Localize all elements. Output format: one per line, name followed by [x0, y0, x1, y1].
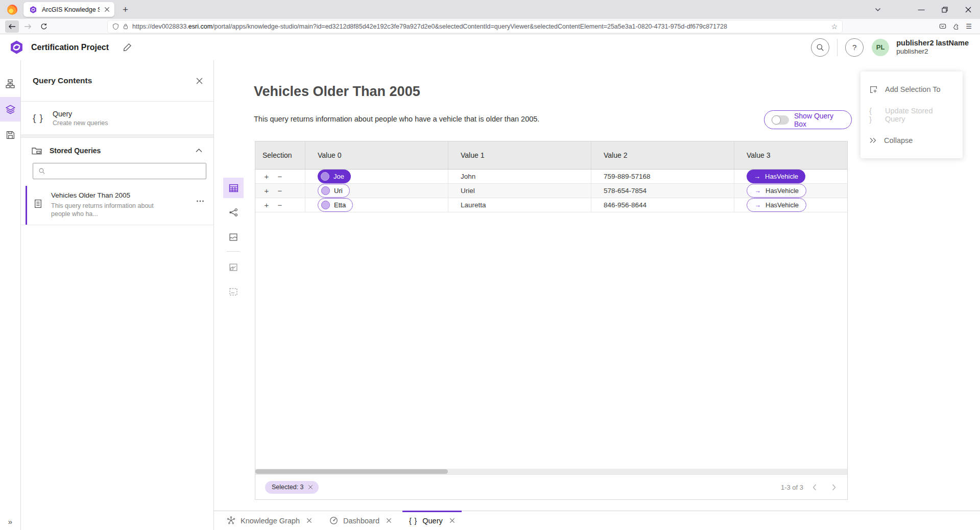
entity-cell: Etta	[305, 198, 448, 212]
add-to-selection-button[interactable]: +	[263, 173, 270, 180]
search-icon	[38, 167, 45, 175]
dashboard-gauge-icon	[329, 516, 338, 525]
menu-item-update-stored-query[interactable]: { } Update Stored Query	[861, 102, 963, 128]
query-contents-panel: Query Contents { } Query Create new quer…	[21, 60, 214, 530]
stored-queries-search[interactable]	[33, 163, 206, 179]
selection-cell: +−	[255, 198, 305, 212]
firefox-icon[interactable]	[7, 5, 17, 15]
remove-from-selection-button[interactable]: −	[276, 201, 283, 209]
remove-from-selection-button[interactable]: −	[276, 187, 283, 195]
remove-from-selection-button[interactable]: −	[276, 173, 283, 180]
bookmark-star-icon[interactable]: ☆	[831, 22, 838, 31]
relationship-cell: →HasVehicle	[734, 198, 847, 212]
save-to-pocket-icon[interactable]	[939, 23, 946, 30]
scrollbar-thumb[interactable]	[255, 469, 448, 474]
relationship-pill[interactable]: →HasVehicle	[747, 184, 806, 198]
entity-pill[interactable]: Joe	[318, 170, 351, 183]
entity-dot-icon	[321, 172, 329, 181]
add-to-selection-button[interactable]: +	[263, 187, 270, 195]
stored-query-item[interactable]: Vehicles Older Than 2005 This query retu…	[21, 186, 213, 225]
tab-close-icon[interactable]	[449, 518, 455, 523]
stored-queries-search-input[interactable]	[50, 167, 201, 175]
entity-label: Uri	[334, 187, 343, 195]
relationship-pill[interactable]: →HasVehicle	[747, 170, 805, 183]
stored-query-name: Vehicles Older Than 2005	[51, 191, 164, 199]
tab-knowledge-graph[interactable]: Knowledge Graph	[218, 511, 321, 530]
user-info[interactable]: publisher2 lastName publisher2	[896, 39, 969, 56]
stored-queries-header[interactable]: Stored Queries	[21, 138, 213, 163]
new-tab-button[interactable]: +	[123, 5, 128, 14]
selected-count-chip[interactable]: Selected: 3	[265, 481, 319, 494]
stored-query-options-kebab-icon[interactable]	[196, 200, 204, 218]
expand-rail-chevrons[interactable]: »	[0, 515, 20, 528]
link-chart-view-icon[interactable]	[223, 202, 244, 223]
menu-item-add-selection-to[interactable]: Add Selection To	[861, 77, 963, 102]
entity-pill[interactable]: Etta	[318, 198, 353, 212]
edit-project-title-pencil-icon[interactable]	[123, 43, 132, 52]
panel-close-icon[interactable]	[196, 78, 203, 84]
relationship-pill[interactable]: →HasVehicle	[747, 198, 806, 212]
relationship-label: HasVehicle	[766, 201, 799, 209]
table-row[interactable]: +−EttaLauretta846-956-8644→HasVehicle	[255, 198, 847, 212]
data-model-tree-icon[interactable]	[0, 74, 20, 94]
clear-selection-icon[interactable]	[308, 485, 313, 490]
horizontal-scrollbar[interactable]	[255, 469, 847, 474]
toggle-switch[interactable]	[772, 115, 789, 125]
selection-context-menu: Add Selection To { } Update Stored Query…	[861, 71, 963, 158]
new-query-label: Query	[53, 110, 108, 118]
url-bar[interactable]: https://dev0028833.esri.com/portal/apps/…	[108, 20, 842, 33]
table-row[interactable]: +−JoeJohn759-889-57168→HasVehicle	[255, 170, 847, 184]
new-map-view-icon[interactable]	[223, 257, 244, 277]
contents-layers-icon[interactable]	[0, 97, 20, 122]
next-page-chevron-icon[interactable]	[826, 480, 842, 494]
table-footer: Selected: 3 1-3 of 3	[255, 474, 847, 499]
help-button[interactable]: ?	[845, 38, 864, 57]
value1-cell: John	[448, 170, 591, 183]
entity-pill[interactable]: Uri	[318, 184, 350, 198]
table-view-icon[interactable]	[223, 178, 244, 198]
tab-label: Dashboard	[343, 517, 379, 525]
window-minimize-button[interactable]: —	[910, 0, 933, 19]
menu-item-label: Add Selection To	[885, 85, 941, 93]
column-header-value2: Value 2	[591, 141, 734, 169]
previous-page-chevron-icon[interactable]	[806, 480, 823, 494]
tracking-shield-icon[interactable]	[112, 23, 119, 30]
tab-query[interactable]: { } Query	[400, 511, 464, 530]
add-to-selection-button[interactable]: +	[263, 201, 270, 209]
show-query-box-toggle[interactable]: Show Query Box	[764, 110, 852, 129]
map-view-icon[interactable]	[223, 227, 244, 247]
extensions-icon[interactable]	[952, 23, 960, 30]
braces-icon: { }	[409, 517, 417, 525]
arrow-right-icon: →	[754, 187, 761, 195]
tab-close-icon[interactable]	[306, 518, 312, 523]
left-rail: »	[0, 60, 21, 530]
lock-icon[interactable]	[123, 23, 129, 30]
menu-hamburger-icon[interactable]: ☰	[966, 22, 972, 30]
header-search-button[interactable]	[811, 38, 829, 57]
value1-cell: Uriel	[448, 184, 591, 198]
back-button[interactable]	[5, 20, 19, 33]
new-query-item[interactable]: { } Query Create new queries	[21, 102, 213, 135]
collapse-chevron-up-icon[interactable]	[196, 148, 202, 153]
entity-dot-icon	[321, 186, 330, 195]
tab-close-icon[interactable]	[386, 518, 392, 523]
tab-dashboard[interactable]: Dashboard	[321, 511, 400, 530]
menu-item-collapse[interactable]: Collapse	[861, 128, 963, 153]
list-tabs-chevron-icon[interactable]	[868, 0, 888, 19]
user-avatar[interactable]: PL	[872, 39, 889, 56]
menu-item-label: Collapse	[884, 136, 913, 144]
selection-map-view-icon[interactable]	[223, 281, 244, 302]
stored-query-description: This query returns information about peo…	[51, 202, 164, 218]
tab-close-icon[interactable]	[104, 7, 110, 12]
table-header-row: Selection Value 0 Value 1 Value 2 Value …	[255, 141, 847, 170]
stored-query-doc-icon	[34, 199, 42, 218]
table-body: +−JoeJohn759-889-57168→HasVehicle+−UriUr…	[255, 170, 847, 212]
table-row[interactable]: +−UriUriel578-654-7854→HasVehicle	[255, 184, 847, 198]
window-restore-button[interactable]	[933, 0, 957, 19]
forward-button[interactable]	[21, 20, 35, 33]
reload-button[interactable]	[37, 20, 51, 33]
browser-tab[interactable]: ArcGIS Knowledge Studio	[23, 2, 114, 17]
save-icon[interactable]	[0, 125, 20, 145]
window-close-button[interactable]	[957, 0, 980, 19]
browser-window: ArcGIS Knowledge Studio + —	[0, 0, 980, 530]
